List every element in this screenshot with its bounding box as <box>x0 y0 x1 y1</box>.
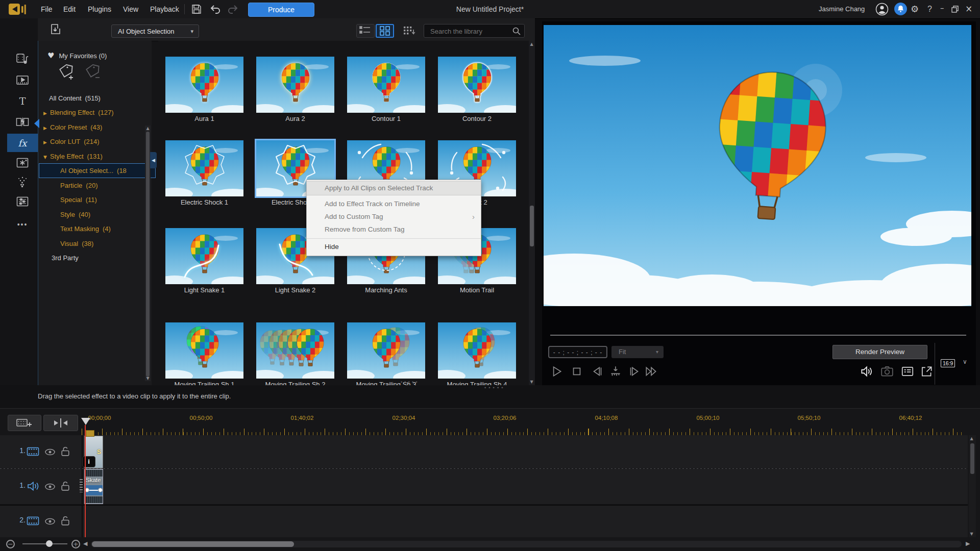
context-menu-item-add-to-custom-tag[interactable]: Add to Custom Tag› <box>307 210 481 223</box>
scroll-left-icon[interactable]: ◀ <box>83 540 87 547</box>
tree-item-color-preset[interactable]: ▶Color Preset(43) <box>39 120 138 134</box>
tree-item-special[interactable]: Special(11) <box>39 193 155 207</box>
menu-edit[interactable]: Edit <box>60 0 79 18</box>
particle-room-icon[interactable] <box>7 173 38 191</box>
effect-card-moving-trailing-sh-2[interactable]: Moving Trailing Sh 2 <box>256 322 334 385</box>
aspect-chevron-icon[interactable]: ∨ <box>963 358 967 365</box>
snapshot-camera-icon[interactable] <box>880 364 894 379</box>
eye-icon[interactable] <box>44 482 56 493</box>
user-avatar-icon[interactable] <box>875 3 889 18</box>
preview-timecode[interactable]: - - ; - - ; - - ; - - <box>548 346 607 358</box>
library-category-dropdown[interactable]: AI Object Selection ▾ <box>111 24 199 38</box>
tree-item-style-effect[interactable]: ▼Style Effect(131) <box>39 149 138 163</box>
preview-video-frame[interactable] <box>544 25 971 306</box>
zoom-in-button[interactable]: + <box>71 540 80 548</box>
effect-thumbnail[interactable] <box>256 57 334 113</box>
playhead-handle[interactable] <box>81 418 90 425</box>
lock-icon[interactable] <box>60 480 71 494</box>
scroll-down-icon[interactable]: ▼ <box>529 380 534 384</box>
audio-track-1[interactable]: 1. <box>0 469 968 504</box>
close-icon[interactable]: × <box>965 0 972 17</box>
help-icon[interactable]: ? <box>927 0 932 18</box>
effect-card-moving-trailing-sh-3[interactable]: Moving Trailing Sh 3 <box>347 322 425 385</box>
effect-card-contour-2[interactable]: Contour 2 <box>438 57 516 122</box>
tree-item-all-content[interactable]: All Content(515) <box>39 91 144 105</box>
audio-mixing-room-icon[interactable] <box>7 192 38 211</box>
effect-thumbnail[interactable] <box>438 322 516 379</box>
track-manager-button[interactable] <box>8 415 41 431</box>
timeline-vscrollbar[interactable]: ▲ ▼ <box>969 435 976 537</box>
scroll-down-icon[interactable]: ▼ <box>969 532 974 536</box>
clip-audio-segment[interactable]: Skate <box>84 469 103 504</box>
effect-thumbnail[interactable] <box>347 322 425 379</box>
effect-card-moving-trailing-sh-1[interactable]: Moving Trailing Sh 1 <box>165 322 243 385</box>
scroll-up-icon[interactable]: ▲ <box>145 126 151 131</box>
tree-item-visual[interactable]: Visual(38) <box>39 237 155 251</box>
produce-button[interactable]: Produce <box>248 3 314 17</box>
redo-icon[interactable] <box>227 4 239 16</box>
media-room-icon[interactable] <box>7 49 38 68</box>
effect-card-contour-1[interactable]: Contour 1 <box>347 57 425 122</box>
overlay-room-icon[interactable] <box>7 71 38 89</box>
volume-icon[interactable] <box>860 364 874 379</box>
effect-thumbnail[interactable] <box>438 57 516 113</box>
next-frame-button[interactable] <box>627 364 641 379</box>
eye-icon[interactable] <box>44 447 56 459</box>
more-rooms-icon[interactable]: ••• <box>7 215 38 234</box>
menu-file[interactable]: File <box>38 0 56 18</box>
zoom-slider-handle[interactable] <box>46 540 53 547</box>
tree-item-text-masking[interactable]: Text Masking(4) <box>39 222 155 236</box>
vscroll-thumb[interactable] <box>970 443 974 474</box>
menu-view[interactable]: View <box>120 0 141 18</box>
clip-info-badge[interactable]: i <box>82 456 95 467</box>
lock-icon[interactable] <box>60 515 71 529</box>
favorites-item[interactable]: ♥My Favorites (0) <box>47 50 107 61</box>
restore-window-icon[interactable] <box>951 6 959 15</box>
video-track-2[interactable]: 2. <box>0 506 968 537</box>
panel-resize-grip[interactable]: ••••• <box>400 380 419 385</box>
import-media-icon[interactable] <box>48 22 63 39</box>
context-menu-item-hide[interactable]: Hide <box>307 238 481 254</box>
previous-frame-button[interactable] <box>590 364 604 379</box>
scroll-up-icon[interactable]: ▲ <box>529 42 534 46</box>
context-menu-item-remove-from-custom-tag[interactable]: Remove from Custom Tag <box>307 223 481 236</box>
scroll-up-icon[interactable]: ▲ <box>969 436 974 441</box>
effect-card-moving-trailing-sh-4[interactable]: Moving Trailing Sh 4 <box>438 322 516 385</box>
tree-item-particle[interactable]: Particle(20) <box>39 179 155 192</box>
grid-scroll-thumb[interactable] <box>530 206 534 246</box>
playhead-line[interactable] <box>85 425 86 537</box>
lock-icon[interactable] <box>60 445 71 459</box>
grid-scrollbar[interactable]: ▲ ▼ <box>529 41 535 385</box>
blending-room-icon[interactable] <box>7 154 38 172</box>
menu-plugins[interactable]: Plugins <box>85 0 114 18</box>
seek-marker-button[interactable] <box>608 364 623 379</box>
render-preview-button[interactable]: Render Preview <box>832 345 927 359</box>
play-button[interactable] <box>549 364 564 379</box>
effect-card-aura-2[interactable]: Aura 2 <box>256 57 334 122</box>
zoom-fit-dropdown[interactable]: Fit ▾ <box>611 346 664 358</box>
tree-item-color-lut[interactable]: ▶Color LUT(214) <box>39 135 138 148</box>
preview-quality-icon[interactable] <box>900 364 915 379</box>
panel-resize-grip[interactable]: ••••• <box>484 385 505 390</box>
context-menu-item-add-to-effect-track-on-timeline[interactable]: Add to Effect Track on Timeline <box>307 197 481 210</box>
effect-card-electric-shock-1[interactable]: Electric Shock 1 <box>165 140 243 206</box>
tree-scroll-thumb[interactable] <box>146 132 150 377</box>
tree-item-3rd-party[interactable]: 3rd Party <box>39 251 146 265</box>
volume-keyframe[interactable] <box>98 488 103 492</box>
sort-icon[interactable] <box>402 25 418 39</box>
context-menu-item-apply-to-all-clips-on-selected-track[interactable]: Apply to All Clips on Selected Track <box>307 181 481 195</box>
effect-thumbnail[interactable] <box>165 228 243 284</box>
timeline-hscrollbar[interactable] <box>91 541 962 547</box>
list-view-button[interactable] <box>356 24 375 38</box>
scroll-down-icon[interactable]: ▼ <box>145 376 151 381</box>
stop-button[interactable] <box>570 364 584 379</box>
tree-item-blending-effect[interactable]: ▶Blending Effect(127) <box>39 106 138 119</box>
effect-thumbnail[interactable] <box>165 322 243 379</box>
tree-item-ai-object-select-[interactable]: AI Object Select...(18 <box>39 164 155 178</box>
video-track-1[interactable]: 1. <box>0 435 968 468</box>
undo-icon[interactable] <box>209 4 222 16</box>
title-room-icon[interactable]: T <box>7 92 38 110</box>
fast-forward-button[interactable] <box>644 364 658 379</box>
preview-seekbar[interactable] <box>550 335 966 336</box>
search-input[interactable] <box>429 26 511 37</box>
